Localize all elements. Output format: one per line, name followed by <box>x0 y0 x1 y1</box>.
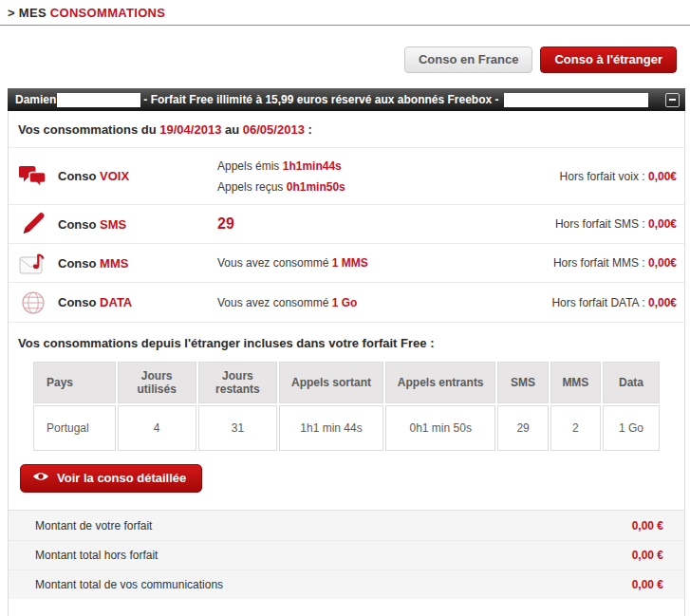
breadcrumb: > MES CONSOMMATIONS <box>0 0 690 26</box>
hors-forfait-mms: Hors forfait MMS : 0,00€ <box>473 256 677 270</box>
period-date-from: 19/04/2013 <box>159 122 221 137</box>
hors-forfait-sms: Hors forfait SMS : 0,00€ <box>473 217 677 231</box>
roaming-section-title: Vos consommations depuis l'étranger incl… <box>9 322 684 360</box>
conso-row-sms: Conso SMS 29 Hors forfait SMS : 0,00€ <box>9 204 684 243</box>
amounts-summary: Montant de votre forfait 0,00 € Montant … <box>9 510 684 599</box>
view-detailed-conso-button[interactable]: Voir la conso détaillée <box>20 464 202 493</box>
minus-icon <box>669 99 676 101</box>
roaming-table-row: Portugal 4 31 1h1 min 44s 0h1 min 50s 29… <box>33 405 660 451</box>
cell-sms: 29 <box>497 405 548 451</box>
header-appels-entrants: Appels entrants <box>385 362 496 403</box>
cell-appels-entrants: 0h1 min 50s <box>385 405 496 451</box>
hors-forfait-data: Hors forfait DATA : 0,00€ <box>473 296 677 309</box>
detail-button-row: Voir la conso détaillée <box>9 453 684 505</box>
summary-row-communications: Montant total de vos communications 0,00… <box>9 569 684 599</box>
pencil-icon <box>9 212 58 236</box>
cell-jours-restants: 31 <box>198 405 277 451</box>
chat-bubbles-icon <box>9 164 58 189</box>
period-prefix: Vos consommations du <box>18 122 157 137</box>
eye-icon <box>32 471 49 485</box>
customer-first-name: Damien <box>15 93 56 106</box>
appels-recus-line: Appels reçus 0h1min50s <box>217 177 473 197</box>
cell-pays: Portugal <box>33 405 116 451</box>
subscription-panel: Damien - Forfait Free illimité à 15,99 e… <box>8 88 685 616</box>
period-suffix: : <box>308 122 312 137</box>
roaming-table: Pays Jours utilisés Jours restants Appel… <box>31 360 662 453</box>
header-jours-utilises: Jours utilisés <box>118 362 196 403</box>
header-sms: SMS <box>497 362 548 403</box>
hors-forfait-voix: Hors forfait voix : 0,00€ <box>473 170 677 183</box>
conso-row-voix: Conso VOIX Appels émis 1h1min44s Appels … <box>9 147 684 204</box>
plan-description: - Forfait Free illimité à 15,99 euros ré… <box>143 93 498 106</box>
envelope-music-icon <box>9 252 58 275</box>
summary-row-forfait: Montant de votre forfait 0,00 € <box>9 511 684 540</box>
period-date-to: 06/05/2013 <box>243 122 305 137</box>
header-mms: MMS <box>550 362 601 403</box>
mms-details: Vous avez consommé 1 MMS <box>217 256 473 270</box>
cell-jours-utilises: 4 <box>118 405 196 451</box>
panel-bottom-spacer <box>9 599 684 616</box>
sms-details: 29 <box>217 215 473 233</box>
redacted-surname <box>57 93 140 107</box>
header-data: Data <box>603 362 660 403</box>
roaming-table-header-row: Pays Jours utilisés Jours restants Appel… <box>33 362 660 403</box>
summary-row-hors-forfait: Montant total hors forfait 0,00 € <box>9 540 684 569</box>
cell-data: 1 Go <box>603 405 660 451</box>
conso-mms-label: Conso MMS <box>58 256 217 271</box>
period-connector: au <box>225 122 239 137</box>
consumption-page: > MES CONSOMMATIONS Conso en France Cons… <box>0 0 690 616</box>
view-toggle-toolbar: Conso en France Conso à l'étranger <box>0 47 677 73</box>
appels-emis-line: Appels émis 1h1min44s <box>217 156 473 177</box>
period-text: Vos consommations du 19/04/2013 au 06/05… <box>9 111 684 147</box>
conso-row-mms: Conso MMS Vous avez consommé 1 MMS Hors … <box>9 243 684 282</box>
header-jours-restants: Jours restants <box>198 362 277 403</box>
header-appels-sortant: Appels sortant <box>279 362 383 403</box>
cell-mms: 2 <box>550 405 601 451</box>
header-pays: Pays <box>33 362 116 403</box>
subscription-panel-body: Vos consommations du 19/04/2013 au 06/05… <box>8 111 685 616</box>
sms-count: 29 <box>217 215 234 232</box>
conso-voix-label: Conso VOIX <box>58 169 217 183</box>
globe-icon <box>9 290 58 315</box>
conso-row-data: Conso DATA Vous avez consommé 1 Go Hors … <box>9 282 684 322</box>
collapse-panel-button[interactable] <box>665 93 680 107</box>
conso-en-france-button[interactable]: Conso en France <box>404 47 532 73</box>
page-title-main: CONSOMMATIONS <box>50 6 165 20</box>
breadcrumb-arrow: > <box>8 6 15 20</box>
conso-data-label: Conso DATA <box>58 295 217 309</box>
data-details: Vous avez consommé 1 Go <box>217 296 473 309</box>
conso-sms-label: Conso SMS <box>58 217 217 232</box>
page-title-prefix: MES <box>19 6 47 20</box>
subscription-panel-header: Damien - Forfait Free illimité à 15,99 e… <box>8 88 685 111</box>
redacted-identifier <box>504 93 648 107</box>
voix-details: Appels émis 1h1min44s Appels reçus 0h1mi… <box>217 156 473 197</box>
cell-appels-sortant: 1h1 min 44s <box>279 405 383 451</box>
conso-etranger-button[interactable]: Conso à l'étranger <box>540 47 677 73</box>
